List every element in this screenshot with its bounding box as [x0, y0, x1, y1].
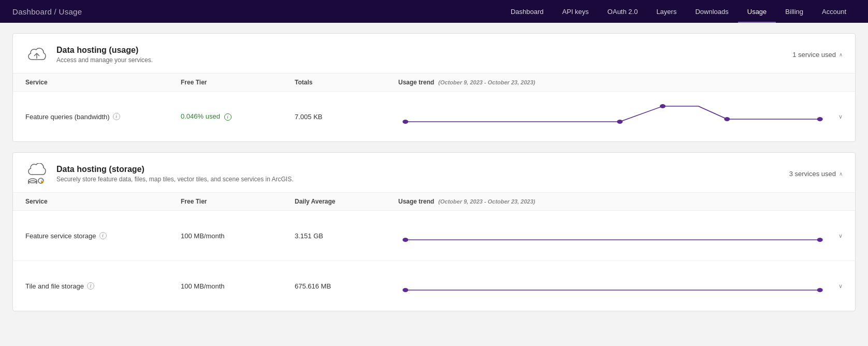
card-header-storage: 🔒 Data hosting (storage) Securely store … [13, 153, 855, 193]
brand-dashboard: Dashboard [12, 7, 52, 16]
expand-icon-feature-storage[interactable]: ∨ [827, 233, 843, 239]
th-totals-usage: Totals [295, 79, 398, 86]
info-icon-feature-queries[interactable]: i [113, 113, 120, 120]
th-trend-storage: Usage trend (October 9, 2023 - October 2… [398, 198, 843, 205]
td-freetier-feature-storage: 100 MB/month [181, 232, 295, 240]
card-title-usage: Data hosting (usage) Access and manage y… [56, 46, 153, 64]
th-freetier-usage: Free Tier [181, 79, 295, 86]
nav-item-account[interactable]: Account [813, 0, 856, 23]
td-totals-feature-queries: 7.005 KB [295, 113, 398, 121]
svg-point-5 [817, 117, 823, 121]
svg-point-16 [402, 288, 408, 292]
nav-item-billing[interactable]: Billing [776, 0, 813, 23]
table-header-storage: Service Free Tier Daily Average Usage tr… [13, 193, 855, 211]
svg-text:🔒: 🔒 [40, 179, 45, 183]
card-title-text-usage: Data hosting (usage) [56, 46, 153, 55]
table-row-feature-queries: Feature queries (bandwidth) i 0.046% use… [13, 92, 855, 141]
card-subtitle-usage: Access and manage your services. [56, 56, 153, 64]
service-count-storage[interactable]: 3 services used ∧ [789, 170, 843, 178]
chevron-up-icon-storage: ∧ [839, 171, 843, 177]
top-navigation: Dashboard / Usage Dashboard API keys OAu… [0, 0, 868, 23]
service-label-feature-storage: Feature service storage [25, 232, 96, 240]
svg-point-14 [817, 238, 823, 242]
card-title-text-storage: Data hosting (storage) [56, 165, 294, 174]
service-label-feature-queries: Feature queries (bandwidth) [25, 113, 110, 121]
nav-item-dashboard[interactable]: Dashboard [501, 0, 553, 23]
th-totals-storage: Daily Average [295, 198, 398, 205]
nav-item-layers[interactable]: Layers [647, 0, 686, 23]
brand-page: Usage [59, 7, 82, 16]
td-freetier-feature-queries: 0.046% used i [181, 112, 295, 121]
card-subtitle-storage: Securely store feature data, files, map … [56, 176, 294, 183]
td-trend-feature-storage [398, 220, 827, 251]
nav-item-usage[interactable]: Usage [738, 0, 776, 23]
th-trend-label-storage: Usage trend [398, 198, 434, 205]
chevron-up-icon-usage: ∧ [839, 52, 843, 57]
th-trend-usage: Usage trend (October 9, 2023 - October 2… [398, 79, 843, 86]
data-hosting-storage-icon: 🔒 [25, 162, 48, 185]
td-totals-feature-storage: 3.151 GB [295, 232, 398, 240]
brand-title: Dashboard / Usage [12, 7, 82, 16]
data-hosting-storage-card: 🔒 Data hosting (storage) Securely store … [12, 152, 856, 311]
card-header-usage: Data hosting (usage) Access and manage y… [13, 34, 855, 74]
th-service-usage: Service [25, 79, 181, 86]
nav-items: Dashboard API keys OAuth 2.0 Layers Down… [501, 0, 856, 23]
service-count-label-storage: 3 services used [789, 170, 836, 178]
th-trend-label-usage: Usage trend [398, 79, 434, 86]
th-freetier-storage: Free Tier [181, 198, 295, 205]
svg-point-17 [817, 288, 823, 292]
table-row-tile-storage: Tile and file storage i 100 MB/month 675… [13, 261, 855, 311]
data-hosting-usage-card: Data hosting (usage) Access and manage y… [12, 33, 856, 142]
svg-point-2 [617, 120, 623, 124]
td-freetier-tile-storage: 100 MB/month [181, 282, 295, 290]
service-label-tile-storage: Tile and file storage [25, 282, 84, 290]
svg-point-3 [660, 104, 666, 108]
svg-point-13 [402, 238, 408, 242]
info-icon-feature-storage[interactable]: i [99, 232, 107, 239]
svg-point-4 [724, 117, 730, 121]
table-header-usage: Service Free Tier Totals Usage trend (Oc… [13, 74, 855, 92]
info-icon-freetier[interactable]: i [224, 113, 232, 121]
service-count-label-usage: 1 service used [792, 51, 836, 59]
data-hosting-usage-icon [25, 43, 48, 66]
nav-item-api-keys[interactable]: API keys [553, 0, 598, 23]
td-service-feature-queries: Feature queries (bandwidth) i [25, 113, 181, 121]
th-service-storage: Service [25, 198, 181, 205]
nav-item-downloads[interactable]: Downloads [686, 0, 737, 23]
service-count-usage[interactable]: 1 service used ∧ [792, 51, 843, 59]
th-trend-date-storage: (October 9, 2023 - October 23, 2023) [438, 198, 535, 205]
td-service-feature-storage: Feature service storage i [25, 232, 181, 240]
brand-separator: / [52, 7, 59, 16]
expand-icon-feature-queries[interactable]: ∨ [827, 113, 843, 120]
page-content: Data hosting (usage) Access and manage y… [0, 23, 868, 332]
card-title-storage: Data hosting (storage) Securely store fe… [56, 165, 294, 183]
td-service-tile-storage: Tile and file storage i [25, 282, 181, 290]
nav-item-oauth[interactable]: OAuth 2.0 [598, 0, 647, 23]
table-row-feature-storage: Feature service storage i 100 MB/month 3… [13, 211, 855, 261]
info-icon-tile-storage[interactable]: i [87, 282, 94, 290]
td-trend-tile-storage [398, 270, 827, 301]
td-totals-tile-storage: 675.616 MB [295, 282, 398, 290]
free-tier-value-feature-queries: 0.046% used [181, 112, 220, 120]
expand-icon-tile-storage[interactable]: ∨ [827, 283, 843, 290]
td-trend-feature-queries [398, 101, 827, 132]
svg-point-1 [402, 120, 408, 124]
th-trend-date-usage: (October 9, 2023 - October 23, 2023) [438, 79, 535, 85]
